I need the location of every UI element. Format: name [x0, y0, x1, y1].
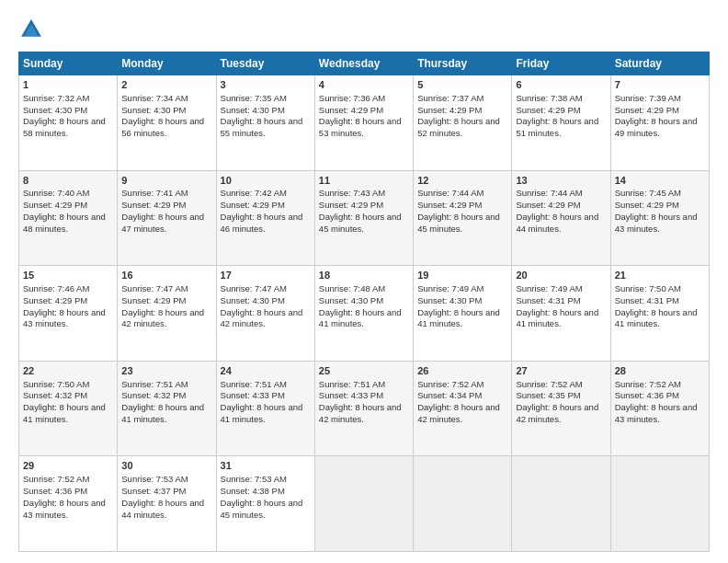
sunset-label: Sunset: 4:37 PM: [121, 486, 186, 496]
calendar-cell: 27Sunrise: 7:52 AMSunset: 4:35 PMDayligh…: [512, 361, 610, 456]
day-number: 21: [615, 269, 705, 282]
daylight-label: Daylight: 8 hours and 45 minutes.: [221, 498, 303, 520]
calendar-cell: 11Sunrise: 7:43 AMSunset: 4:29 PMDayligh…: [314, 170, 413, 266]
daylight-label: Daylight: 8 hours and 41 minutes.: [417, 307, 500, 329]
sunset-label: Sunset: 4:30 PM: [417, 295, 482, 305]
calendar-cell: 23Sunrise: 7:51 AMSunset: 4:32 PMDayligh…: [118, 361, 216, 456]
sunset-label: Sunset: 4:30 PM: [221, 105, 285, 115]
logo-icon: [18, 17, 44, 42]
sunset-label: Sunset: 4:32 PM: [23, 390, 87, 400]
sunset-label: Sunset: 4:30 PM: [221, 295, 285, 305]
day-number: 23: [121, 364, 211, 378]
calendar-cell: 5Sunrise: 7:37 AMSunset: 4:29 PMDaylight…: [414, 75, 512, 171]
calendar-cell: 20Sunrise: 7:49 AMSunset: 4:31 PMDayligh…: [512, 266, 610, 362]
daylight-label: Daylight: 8 hours and 41 minutes.: [121, 402, 204, 424]
page: SundayMondayTuesdayWednesdayThursdayFrid…: [0, 0, 728, 563]
calendar-cell: [414, 456, 512, 552]
day-number: 29: [23, 459, 113, 473]
day-number: 4: [319, 78, 409, 92]
calendar-week-3: 15Sunrise: 7:46 AMSunset: 4:29 PMDayligh…: [19, 266, 710, 362]
day-number: 31: [221, 459, 311, 473]
sunset-label: Sunset: 4:29 PM: [121, 295, 186, 305]
calendar-week-5: 29Sunrise: 7:52 AMSunset: 4:36 PMDayligh…: [19, 456, 710, 552]
col-header-tuesday: Tuesday: [216, 52, 314, 75]
day-number: 8: [23, 174, 113, 188]
sunset-label: Sunset: 4:36 PM: [615, 390, 679, 400]
sunset-label: Sunset: 4:36 PM: [23, 486, 87, 496]
sunset-label: Sunset: 4:34 PM: [417, 390, 482, 400]
daylight-label: Daylight: 8 hours and 43 minutes.: [23, 498, 106, 520]
sunrise-label: Sunrise: 7:44 AM: [516, 188, 582, 198]
sunset-label: Sunset: 4:29 PM: [319, 105, 383, 115]
calendar-week-1: 1Sunrise: 7:32 AMSunset: 4:30 PMDaylight…: [19, 75, 710, 171]
daylight-label: Daylight: 8 hours and 41 minutes.: [221, 402, 303, 424]
sunset-label: Sunset: 4:30 PM: [23, 105, 87, 115]
sunrise-label: Sunrise: 7:36 AM: [319, 93, 385, 103]
daylight-label: Daylight: 8 hours and 45 minutes.: [417, 212, 500, 234]
calendar-cell: [314, 456, 413, 552]
daylight-label: Daylight: 8 hours and 44 minutes.: [121, 498, 204, 520]
calendar-cell: 31Sunrise: 7:53 AMSunset: 4:38 PMDayligh…: [216, 456, 314, 552]
day-number: 27: [516, 364, 606, 378]
day-number: 16: [121, 269, 211, 282]
sunrise-label: Sunrise: 7:51 AM: [121, 379, 188, 389]
calendar-cell: 22Sunrise: 7:50 AMSunset: 4:32 PMDayligh…: [19, 361, 118, 456]
sunrise-label: Sunrise: 7:46 AM: [23, 283, 89, 293]
sunrise-label: Sunrise: 7:40 AM: [23, 188, 89, 198]
daylight-label: Daylight: 8 hours and 43 minutes.: [23, 307, 106, 329]
day-number: 25: [319, 364, 409, 378]
calendar-cell: 15Sunrise: 7:46 AMSunset: 4:29 PMDayligh…: [19, 266, 118, 362]
sunset-label: Sunset: 4:29 PM: [23, 200, 87, 210]
sunrise-label: Sunrise: 7:34 AM: [121, 93, 188, 103]
daylight-label: Daylight: 8 hours and 58 minutes.: [23, 116, 106, 138]
sunrise-label: Sunrise: 7:53 AM: [221, 474, 287, 484]
calendar-cell: 10Sunrise: 7:42 AMSunset: 4:29 PMDayligh…: [216, 170, 314, 266]
daylight-label: Daylight: 8 hours and 48 minutes.: [23, 212, 106, 234]
col-header-sunday: Sunday: [19, 52, 118, 75]
day-number: 6: [516, 78, 606, 92]
day-number: 7: [615, 78, 705, 92]
calendar-cell: 19Sunrise: 7:49 AMSunset: 4:30 PMDayligh…: [414, 266, 512, 362]
calendar-cell: 4Sunrise: 7:36 AMSunset: 4:29 PMDaylight…: [314, 75, 413, 171]
sunrise-label: Sunrise: 7:38 AM: [516, 93, 582, 103]
calendar-table: SundayMondayTuesdayWednesdayThursdayFrid…: [18, 52, 710, 552]
day-number: 19: [417, 269, 507, 282]
header: [18, 17, 710, 42]
sunset-label: Sunset: 4:29 PM: [417, 200, 482, 210]
calendar-cell: 13Sunrise: 7:44 AMSunset: 4:29 PMDayligh…: [512, 170, 610, 266]
daylight-label: Daylight: 8 hours and 42 minutes.: [417, 402, 500, 424]
daylight-label: Daylight: 8 hours and 41 minutes.: [516, 307, 598, 329]
calendar-cell: 18Sunrise: 7:48 AMSunset: 4:30 PMDayligh…: [314, 266, 413, 362]
calendar-cell: 12Sunrise: 7:44 AMSunset: 4:29 PMDayligh…: [414, 170, 512, 266]
sunrise-label: Sunrise: 7:50 AM: [23, 379, 89, 389]
sunset-label: Sunset: 4:31 PM: [516, 295, 580, 305]
day-number: 5: [417, 78, 507, 92]
sunrise-label: Sunrise: 7:35 AM: [221, 93, 287, 103]
sunrise-label: Sunrise: 7:42 AM: [221, 188, 287, 198]
logo: [18, 17, 48, 42]
day-number: 11: [319, 174, 409, 188]
col-header-friday: Friday: [512, 52, 610, 75]
calendar-header-row: SundayMondayTuesdayWednesdayThursdayFrid…: [19, 52, 710, 75]
calendar-cell: 26Sunrise: 7:52 AMSunset: 4:34 PMDayligh…: [414, 361, 512, 456]
day-number: 12: [417, 174, 507, 188]
sunset-label: Sunset: 4:29 PM: [516, 200, 580, 210]
day-number: 1: [23, 78, 113, 92]
calendar-cell: [610, 456, 709, 552]
sunset-label: Sunset: 4:33 PM: [319, 390, 383, 400]
day-number: 28: [615, 364, 705, 378]
daylight-label: Daylight: 8 hours and 41 minutes.: [615, 307, 698, 329]
sunrise-label: Sunrise: 7:53 AM: [121, 474, 188, 484]
sunrise-label: Sunrise: 7:41 AM: [121, 188, 188, 198]
sunrise-label: Sunrise: 7:49 AM: [516, 283, 582, 293]
sunrise-label: Sunrise: 7:44 AM: [417, 188, 483, 198]
daylight-label: Daylight: 8 hours and 42 minutes.: [319, 402, 402, 424]
sunrise-label: Sunrise: 7:39 AM: [615, 93, 681, 103]
sunset-label: Sunset: 4:35 PM: [516, 390, 580, 400]
day-number: 13: [516, 174, 606, 188]
sunrise-label: Sunrise: 7:52 AM: [23, 474, 89, 484]
daylight-label: Daylight: 8 hours and 56 minutes.: [121, 116, 204, 138]
calendar-cell: 25Sunrise: 7:51 AMSunset: 4:33 PMDayligh…: [314, 361, 413, 456]
sunrise-label: Sunrise: 7:52 AM: [417, 379, 483, 389]
sunrise-label: Sunrise: 7:52 AM: [516, 379, 582, 389]
